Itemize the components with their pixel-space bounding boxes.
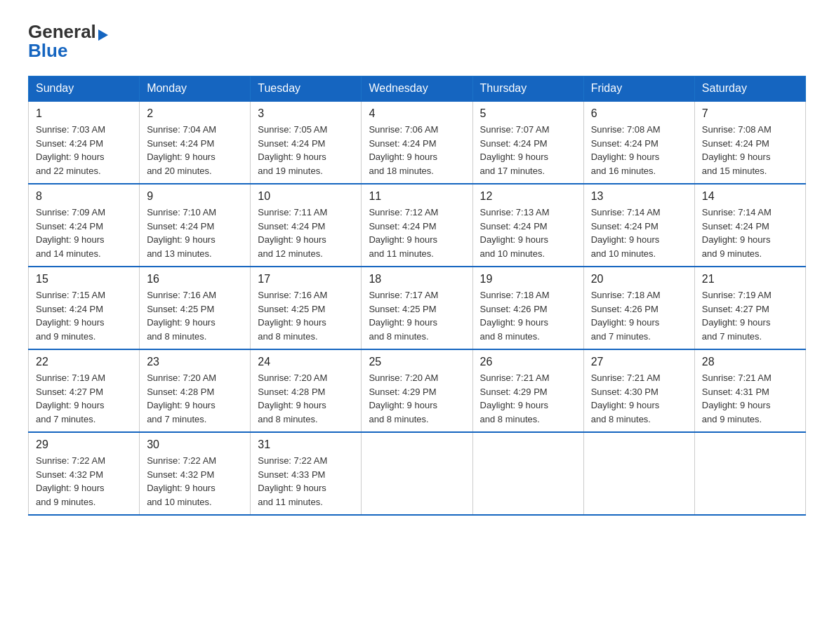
logo-general: General <box>28 21 96 42</box>
calendar-cell: 24 Sunrise: 7:20 AM Sunset: 4:28 PM Dayl… <box>251 349 362 432</box>
calendar-cell: 31 Sunrise: 7:22 AM Sunset: 4:33 PM Dayl… <box>251 432 362 515</box>
day-info: Sunrise: 7:18 AM Sunset: 4:26 PM Dayligh… <box>480 290 550 342</box>
day-info: Sunrise: 7:03 AM Sunset: 4:24 PM Dayligh… <box>36 124 105 176</box>
calendar-cell: 28 Sunrise: 7:21 AM Sunset: 4:31 PM Dayl… <box>694 349 805 432</box>
day-number: 9 <box>147 190 243 203</box>
day-number: 12 <box>480 190 576 203</box>
day-number: 30 <box>147 438 243 451</box>
calendar-cell: 30 Sunrise: 7:22 AM Sunset: 4:32 PM Dayl… <box>140 432 251 515</box>
calendar-cell: 2 Sunrise: 7:04 AM Sunset: 4:24 PM Dayli… <box>140 101 251 184</box>
day-number: 6 <box>591 107 687 120</box>
day-info: Sunrise: 7:07 AM Sunset: 4:24 PM Dayligh… <box>480 124 550 176</box>
calendar-cell <box>472 432 583 515</box>
day-info: Sunrise: 7:22 AM Sunset: 4:32 PM Dayligh… <box>147 455 216 507</box>
day-number: 22 <box>36 356 132 368</box>
day-info: Sunrise: 7:22 AM Sunset: 4:33 PM Dayligh… <box>258 455 327 507</box>
day-number: 13 <box>591 190 687 203</box>
day-number: 26 <box>480 356 576 368</box>
calendar-week-4: 22 Sunrise: 7:19 AM Sunset: 4:27 PM Dayl… <box>29 349 806 432</box>
calendar-cell: 8 Sunrise: 7:09 AM Sunset: 4:24 PM Dayli… <box>29 184 140 267</box>
day-info: Sunrise: 7:20 AM Sunset: 4:28 PM Dayligh… <box>258 373 327 424</box>
day-number: 25 <box>369 356 465 368</box>
col-header-sunday: Sunday <box>29 76 140 102</box>
day-info: Sunrise: 7:11 AM Sunset: 4:24 PM Dayligh… <box>258 207 327 259</box>
day-info: Sunrise: 7:18 AM Sunset: 4:26 PM Dayligh… <box>591 290 661 342</box>
calendar-cell: 1 Sunrise: 7:03 AM Sunset: 4:24 PM Dayli… <box>29 101 140 184</box>
day-info: Sunrise: 7:14 AM Sunset: 4:24 PM Dayligh… <box>702 207 772 259</box>
col-header-saturday: Saturday <box>694 76 805 102</box>
day-number: 18 <box>369 273 465 286</box>
day-info: Sunrise: 7:04 AM Sunset: 4:24 PM Dayligh… <box>147 124 216 176</box>
day-number: 1 <box>36 107 132 120</box>
calendar-cell: 3 Sunrise: 7:05 AM Sunset: 4:24 PM Dayli… <box>251 101 362 184</box>
col-header-tuesday: Tuesday <box>251 76 362 102</box>
calendar-cell: 17 Sunrise: 7:16 AM Sunset: 4:25 PM Dayl… <box>251 267 362 349</box>
calendar-cell: 5 Sunrise: 7:07 AM Sunset: 4:24 PM Dayli… <box>472 101 583 184</box>
calendar-week-1: 1 Sunrise: 7:03 AM Sunset: 4:24 PM Dayli… <box>29 101 806 184</box>
day-number: 2 <box>147 107 243 120</box>
calendar-week-5: 29 Sunrise: 7:22 AM Sunset: 4:32 PM Dayl… <box>29 432 806 515</box>
day-info: Sunrise: 7:21 AM Sunset: 4:31 PM Dayligh… <box>702 373 772 424</box>
calendar-header-row: SundayMondayTuesdayWednesdayThursdayFrid… <box>29 76 806 102</box>
logo: General Blue <box>28 21 108 62</box>
logo-arrow-icon <box>98 29 108 41</box>
day-info: Sunrise: 7:14 AM Sunset: 4:24 PM Dayligh… <box>591 207 661 259</box>
day-info: Sunrise: 7:20 AM Sunset: 4:28 PM Dayligh… <box>147 373 216 424</box>
calendar-cell <box>694 432 805 515</box>
col-header-monday: Monday <box>140 76 251 102</box>
calendar-cell: 27 Sunrise: 7:21 AM Sunset: 4:30 PM Dayl… <box>583 349 694 432</box>
day-number: 23 <box>147 356 243 368</box>
day-info: Sunrise: 7:12 AM Sunset: 4:24 PM Dayligh… <box>369 207 438 259</box>
day-info: Sunrise: 7:16 AM Sunset: 4:25 PM Dayligh… <box>147 290 216 342</box>
day-number: 29 <box>36 438 132 451</box>
day-number: 14 <box>702 190 798 203</box>
calendar-cell: 29 Sunrise: 7:22 AM Sunset: 4:32 PM Dayl… <box>29 432 140 515</box>
day-number: 11 <box>369 190 465 203</box>
day-number: 31 <box>258 438 354 451</box>
day-info: Sunrise: 7:09 AM Sunset: 4:24 PM Dayligh… <box>36 207 105 259</box>
day-info: Sunrise: 7:22 AM Sunset: 4:32 PM Dayligh… <box>36 455 105 507</box>
col-header-thursday: Thursday <box>472 76 583 102</box>
calendar-cell <box>362 432 472 515</box>
calendar-cell: 18 Sunrise: 7:17 AM Sunset: 4:25 PM Dayl… <box>362 267 472 349</box>
calendar-week-3: 15 Sunrise: 7:15 AM Sunset: 4:24 PM Dayl… <box>29 267 806 349</box>
calendar-table: SundayMondayTuesdayWednesdayThursdayFrid… <box>28 76 806 516</box>
day-number: 7 <box>702 107 798 120</box>
calendar-cell: 13 Sunrise: 7:14 AM Sunset: 4:24 PM Dayl… <box>583 184 694 267</box>
day-info: Sunrise: 7:05 AM Sunset: 4:24 PM Dayligh… <box>258 124 327 176</box>
day-info: Sunrise: 7:08 AM Sunset: 4:24 PM Dayligh… <box>591 124 661 176</box>
calendar-cell: 14 Sunrise: 7:14 AM Sunset: 4:24 PM Dayl… <box>694 184 805 267</box>
day-info: Sunrise: 7:08 AM Sunset: 4:24 PM Dayligh… <box>702 124 772 176</box>
day-info: Sunrise: 7:16 AM Sunset: 4:25 PM Dayligh… <box>258 290 327 342</box>
calendar-cell: 16 Sunrise: 7:16 AM Sunset: 4:25 PM Dayl… <box>140 267 251 349</box>
calendar-cell: 11 Sunrise: 7:12 AM Sunset: 4:24 PM Dayl… <box>362 184 472 267</box>
calendar-cell: 25 Sunrise: 7:20 AM Sunset: 4:29 PM Dayl… <box>362 349 472 432</box>
calendar-cell: 19 Sunrise: 7:18 AM Sunset: 4:26 PM Dayl… <box>472 267 583 349</box>
calendar-cell: 15 Sunrise: 7:15 AM Sunset: 4:24 PM Dayl… <box>29 267 140 349</box>
day-info: Sunrise: 7:19 AM Sunset: 4:27 PM Dayligh… <box>702 290 772 342</box>
calendar-cell: 12 Sunrise: 7:13 AM Sunset: 4:24 PM Dayl… <box>472 184 583 267</box>
day-number: 5 <box>480 107 576 120</box>
day-number: 27 <box>591 356 687 368</box>
day-number: 4 <box>369 107 465 120</box>
calendar-cell: 26 Sunrise: 7:21 AM Sunset: 4:29 PM Dayl… <box>472 349 583 432</box>
day-number: 19 <box>480 273 576 286</box>
day-number: 16 <box>147 273 243 286</box>
day-number: 17 <box>258 273 354 286</box>
day-number: 10 <box>258 190 354 203</box>
calendar-cell: 22 Sunrise: 7:19 AM Sunset: 4:27 PM Dayl… <box>29 349 140 432</box>
calendar-cell: 9 Sunrise: 7:10 AM Sunset: 4:24 PM Dayli… <box>140 184 251 267</box>
calendar-cell: 7 Sunrise: 7:08 AM Sunset: 4:24 PM Dayli… <box>694 101 805 184</box>
calendar-cell: 10 Sunrise: 7:11 AM Sunset: 4:24 PM Dayl… <box>251 184 362 267</box>
day-info: Sunrise: 7:15 AM Sunset: 4:24 PM Dayligh… <box>36 290 105 342</box>
day-info: Sunrise: 7:20 AM Sunset: 4:29 PM Dayligh… <box>369 373 438 424</box>
logo-blue-text: Blue <box>28 40 67 62</box>
day-info: Sunrise: 7:10 AM Sunset: 4:24 PM Dayligh… <box>147 207 216 259</box>
day-number: 24 <box>258 356 354 368</box>
day-number: 15 <box>36 273 132 286</box>
day-number: 28 <box>702 356 798 368</box>
calendar-cell: 20 Sunrise: 7:18 AM Sunset: 4:26 PM Dayl… <box>583 267 694 349</box>
calendar-week-2: 8 Sunrise: 7:09 AM Sunset: 4:24 PM Dayli… <box>29 184 806 267</box>
day-info: Sunrise: 7:21 AM Sunset: 4:29 PM Dayligh… <box>480 373 550 424</box>
day-number: 20 <box>591 273 687 286</box>
